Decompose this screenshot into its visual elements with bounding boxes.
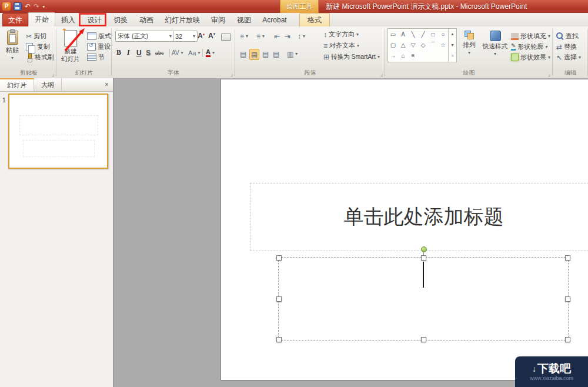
align-left-button[interactable]: ▤ xyxy=(239,49,248,59)
resize-handle-top-right[interactable] xyxy=(565,255,570,261)
shape-effects-button[interactable]: 形状效果 ▾ xyxy=(510,52,552,62)
tab-slideshow[interactable]: 幻灯片放映 xyxy=(159,14,205,26)
change-case-button[interactable]: Aa ▾ xyxy=(187,48,201,58)
shape-icon[interactable]: ▭ xyxy=(390,31,396,38)
paste-dropdown-icon[interactable]: ▾ xyxy=(11,56,14,61)
tab-review[interactable]: 审阅 xyxy=(205,14,231,26)
italic-button[interactable]: I xyxy=(126,48,131,58)
underline-button[interactable]: U xyxy=(135,48,143,58)
replace-button[interactable]: ⇄ 替换 xyxy=(555,42,578,52)
find-button[interactable]: 查找 xyxy=(555,31,580,41)
align-center-button[interactable]: ▤ xyxy=(249,49,259,60)
shape-icon[interactable]: △ xyxy=(401,42,406,48)
dialog-launcher-icon[interactable]: ⌟ xyxy=(380,72,383,77)
shape-icon[interactable]: ╱ xyxy=(421,31,425,38)
line-spacing-button[interactable]: ↕ ▾ xyxy=(296,31,306,41)
columns-button[interactable]: ▥ ▾ xyxy=(286,49,299,59)
shape-icon[interactable]: → xyxy=(390,52,396,59)
clear-formatting-button[interactable] xyxy=(220,32,232,42)
tab-insert[interactable]: 插入 xyxy=(55,14,81,26)
font-family-combo[interactable]: 宋体 (正文) ▾ xyxy=(115,31,174,42)
text-shadow-button[interactable]: S xyxy=(145,48,152,58)
shape-icon[interactable]: A xyxy=(401,31,405,38)
redo-icon[interactable]: ↷ xyxy=(34,3,39,10)
convert-to-smartart-button[interactable]: ⊞ 转换为 SmartArt ▾ xyxy=(322,52,381,62)
shape-icon[interactable]: ▢ xyxy=(390,42,396,48)
justify-button[interactable]: ▤ xyxy=(272,49,280,59)
gallery-more-icon[interactable]: ≡ xyxy=(449,51,456,62)
shape-outline-button[interactable]: ✎ 形状轮廓 ▾ xyxy=(510,42,549,52)
resize-handle-bottom-right[interactable] xyxy=(565,337,570,342)
download-arrow-icon: ↓ xyxy=(532,362,536,375)
resize-handle-bottom-middle[interactable] xyxy=(421,337,426,342)
tab-acrobat[interactable]: Acrobat xyxy=(257,14,292,26)
title-placeholder[interactable]: 单击此处添加标题 xyxy=(250,183,588,251)
undo-icon[interactable]: ↶ xyxy=(25,3,31,10)
chevron-down-icon: ▾ xyxy=(548,55,550,60)
panel-tab-slides[interactable]: 幻灯片 xyxy=(0,78,34,91)
select-button[interactable]: ↖ 选择 ▾ xyxy=(555,52,582,62)
dialog-launcher-icon[interactable]: ⌟ xyxy=(52,72,54,77)
shape-icon[interactable]: ☆ xyxy=(440,42,446,48)
tab-format[interactable]: 格式 xyxy=(299,13,330,26)
gallery-scroll-down-icon[interactable]: ▼ xyxy=(449,40,456,51)
rotation-handle[interactable] xyxy=(421,246,427,252)
slide-thumbnail[interactable] xyxy=(8,94,108,169)
decrease-indent-button[interactable]: ⇤ xyxy=(273,31,281,41)
section-button[interactable]: 节 xyxy=(86,52,106,62)
increase-indent-button[interactable]: ⇥ xyxy=(283,31,292,41)
resize-handle-middle-right[interactable] xyxy=(565,296,570,302)
layout-button[interactable]: 版式 xyxy=(86,31,112,41)
shape-icon[interactable]: □ xyxy=(431,31,435,38)
shape-icon[interactable]: ⌒ xyxy=(430,41,436,49)
align-right-button[interactable]: ▤ xyxy=(261,49,270,59)
bold-button[interactable]: B xyxy=(115,48,122,58)
tab-design[interactable]: 设计 xyxy=(81,14,108,26)
font-color-button[interactable]: A ▾ xyxy=(205,48,216,58)
format-painter-button[interactable]: 格式刷 xyxy=(25,52,55,62)
dialog-launcher-icon[interactable]: ⌟ xyxy=(548,72,550,77)
resize-handle-top-left[interactable] xyxy=(276,255,282,261)
tab-view[interactable]: 视图 xyxy=(231,14,257,26)
shape-icon[interactable]: ⌂ xyxy=(401,52,405,59)
align-text-button[interactable]: ≡ 对齐文本 ▾ xyxy=(322,41,360,51)
tab-transitions[interactable]: 切换 xyxy=(108,14,133,26)
character-spacing-button[interactable]: AV ▾ xyxy=(171,48,185,58)
tab-animations[interactable]: 动画 xyxy=(133,14,159,26)
arrange-button[interactable]: 排列 ▾ xyxy=(458,29,480,65)
shape-icon[interactable]: ≡ xyxy=(412,52,415,59)
shape-fill-button[interactable]: 形状填充 ▾ xyxy=(510,31,552,41)
resize-handle-middle-left[interactable] xyxy=(276,296,282,302)
title-bar: P ↶ ↷ ▾ 绘图工具 新建 Microsoft PowerPoint 演示文… xyxy=(0,0,588,13)
resize-handle-bottom-left[interactable] xyxy=(276,337,282,342)
font-size-combo[interactable]: 32 ▾ xyxy=(173,31,198,42)
save-icon[interactable] xyxy=(14,2,22,11)
copy-button[interactable]: 复制 xyxy=(25,42,51,52)
new-slide-button[interactable]: 新建 幻灯片 xyxy=(58,28,83,68)
shrink-font-button[interactable]: A xyxy=(207,31,216,41)
resize-handle-top-middle[interactable] xyxy=(421,255,426,261)
panel-tab-outline[interactable]: 大纲 xyxy=(34,78,62,91)
dialog-launcher-icon[interactable]: ⌟ xyxy=(230,72,233,77)
tab-home[interactable]: 开始 xyxy=(28,12,55,26)
shape-icon[interactable]: ▽ xyxy=(411,42,416,48)
strikethrough-button[interactable]: abc xyxy=(154,48,165,58)
shape-icon[interactable]: ╲ xyxy=(411,31,415,38)
bullets-button[interactable]: ≡ ▾ xyxy=(239,31,249,41)
paste-button[interactable]: 粘贴 ▾ xyxy=(3,29,22,67)
shape-icon[interactable]: ◇ xyxy=(421,42,426,48)
tab-file[interactable]: 文件 xyxy=(2,13,28,26)
content-placeholder[interactable] xyxy=(278,257,569,341)
grow-font-button[interactable]: A xyxy=(196,31,206,41)
quick-styles-button[interactable]: 快速样式 ▾ xyxy=(482,29,509,65)
panel-close-button[interactable]: × xyxy=(101,78,113,91)
shape-icon[interactable]: ○ xyxy=(441,31,445,38)
reset-button[interactable]: 重设 xyxy=(86,42,112,52)
gallery-scroll-up-icon[interactable]: ▲ xyxy=(449,29,456,40)
slide-canvas[interactable]: 单击此处添加标题 xyxy=(220,79,588,381)
text-direction-button[interactable]: ↕ 文字方向 ▾ xyxy=(322,29,360,39)
cut-button[interactable]: ✂ 剪切 xyxy=(25,31,48,41)
align-right-icon: ▤ xyxy=(262,50,269,58)
qat-dropdown-icon[interactable]: ▾ xyxy=(42,4,45,9)
numbering-button[interactable]: ≡ ▾ xyxy=(255,31,266,41)
